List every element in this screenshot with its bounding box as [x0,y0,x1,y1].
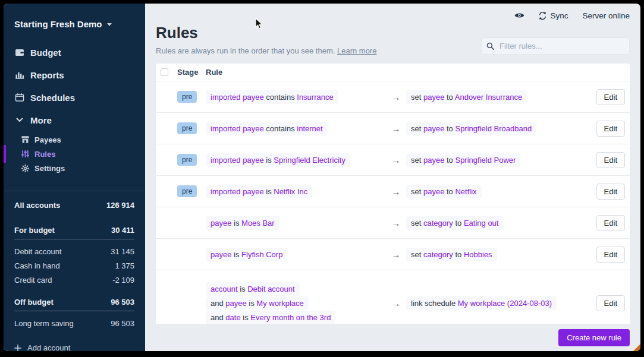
column-header-stage: Stage [177,68,206,77]
rules-table-header: Stage Rule [156,64,630,81]
budget-file-name: Starting Fresh Demo [14,19,102,29]
arrow-right-icon: → [386,187,406,197]
sync-icon [539,12,546,20]
sidebar-item-rules[interactable]: Rules [4,147,145,161]
rule-condition-chip: imported payee is Netflix Inc [206,185,312,198]
app-window: Starting Fresh Demo Budget Reports S [4,4,640,351]
sidebar-item-payees[interactable]: Payees [4,132,145,147]
table-row[interactable]: preimported payee is Netflix Inc→set pay… [156,176,630,207]
rule-condition-chip: imported payee is Springfield Electricit… [206,153,350,167]
sidebar-item-schedules[interactable]: Schedules [4,86,145,109]
add-account-label: Add account [27,343,70,351]
plus-icon [14,345,21,352]
resize-corner[interactable] [633,344,640,351]
account-group-label: For budget [14,226,55,235]
table-row[interactable]: preimported payee is Springfield Electri… [156,144,630,176]
all-accounts-row[interactable]: All accounts 126 914 [14,198,134,211]
select-all-checkbox[interactable] [161,68,168,76]
footer-bar: Create new rule [156,324,630,351]
sidebar-item-label: Settings [34,164,65,173]
edit-button[interactable]: Edit [596,121,625,137]
sidebar-item-more[interactable]: More [4,109,145,131]
account-label: Credit card [14,276,52,285]
table-row[interactable]: payee is Flyfish Corp→set category to Ho… [156,239,630,270]
rule-action-chip: set payee to Springfield Broadband [406,122,536,135]
account-label: Debit account [14,247,62,256]
bar-chart-icon [14,71,24,79]
account-row[interactable]: Long term saving 96 503 [14,316,134,330]
sidebar-subnav: Payees Rules Settings [4,132,145,175]
account-group-header[interactable]: Off budget 96 503 [14,298,134,311]
create-new-rule-button[interactable]: Create new rule [558,329,630,346]
edit-button[interactable]: Edit [596,295,625,311]
rule-action-chip: set category to Eating out [406,216,503,230]
main-content: Sync Server online Rules Rules are alway… [145,4,640,351]
account-row[interactable]: Cash in hand 1 375 [14,258,134,273]
edit-button[interactable]: Edit [596,152,625,168]
stage-badge: pre [177,91,197,103]
account-group-for-budget: For budget 30 411 Debit account 31 145 C… [14,226,134,287]
edit-button[interactable]: Edit [596,215,625,231]
edit-button[interactable]: Edit [596,247,625,263]
sidebar-item-settings[interactable]: Settings [4,161,145,175]
edit-button[interactable]: Edit [596,184,625,200]
sidebar-item-reports[interactable]: Reports [4,64,145,86]
sidebar-item-label: Schedules [30,93,75,103]
account-balance: 126 914 [106,201,134,210]
account-group-header[interactable]: For budget 30 411 [14,226,134,239]
sidebar-item-label: Rules [34,150,55,159]
privacy-eye-button[interactable] [514,12,524,19]
account-group-balance: 96 503 [111,298,134,307]
table-row[interactable]: account is Debit accountand payee is My … [156,270,630,324]
account-balance: 31 145 [111,247,134,256]
rule-action-chip: link schedule My workplace (2024-08-03) [406,296,557,310]
stage-badge: pre [177,185,197,197]
account-group-label: Off budget [14,298,54,307]
rules-table: Stage Rule preimported payee contains In… [156,64,630,324]
sidebar-item-budget[interactable]: Budget [4,41,145,64]
stage-badge: pre [177,122,197,134]
arrow-right-icon: → [386,249,406,260]
learn-more-link[interactable]: Learn more [337,46,376,55]
account-row[interactable]: Credit card -2 109 [14,273,134,287]
topbar: Sync Server online [156,4,630,21]
add-account-button[interactable]: Add account [14,343,134,351]
eye-icon [514,12,524,19]
arrow-right-icon: → [386,124,406,134]
sync-label: Sync [550,11,568,20]
filter-rules-input[interactable] [498,41,624,51]
rule-condition-chip: imported payee contains Insurrance [206,90,338,104]
sidebar-item-label: More [30,115,52,125]
budget-file-menu[interactable]: Starting Fresh Demo [14,19,134,29]
filter-rules-input-wrap [481,37,630,55]
page-header: Rules Rules are always run in the order … [156,24,630,55]
account-group-balance: 30 411 [111,226,134,235]
account-group-off-budget: Off budget 96 503 Long term saving 96 50… [14,298,134,330]
rule-condition-chip: payee is Flyfish Corp [206,248,287,261]
rule-action-chip: set payee to Andover Insurrance [406,90,527,104]
rule-condition-chip: and date is Every month on the 3rd [206,311,335,324]
account-balance: 1 375 [115,261,134,270]
sidebar-item-label: Payees [34,135,61,144]
table-row[interactable]: preimported payee contains Insurrance→se… [156,81,630,113]
account-balance: -2 109 [112,276,134,285]
chevron-down-icon [14,118,24,122]
rule-condition-chip: payee is Moes Bar [206,216,279,230]
server-status[interactable]: Server online [582,11,630,20]
edit-button[interactable]: Edit [596,89,625,105]
sync-button[interactable]: Sync [539,11,568,20]
rules-table-body: preimported payee contains Insurrance→se… [156,81,630,324]
arrow-right-icon: → [386,155,406,165]
rule-condition-chip: and payee is My workplace [206,296,309,310]
search-icon [486,42,494,50]
page-title: Rules [156,24,376,42]
account-label: All accounts [14,201,60,210]
sidebar-nav: Budget Reports Schedules More [4,41,145,131]
page-subtitle: Rules are always run in the order that y… [156,46,376,55]
calendar-icon [14,93,24,102]
account-row[interactable]: Debit account 31 145 [14,244,134,258]
table-row[interactable]: payee is Moes Bar→set category to Eating… [156,207,630,239]
table-row[interactable]: preimported payee contains internet→set … [156,113,630,144]
column-header-rule: Rule [206,68,386,77]
store-icon [21,136,29,143]
